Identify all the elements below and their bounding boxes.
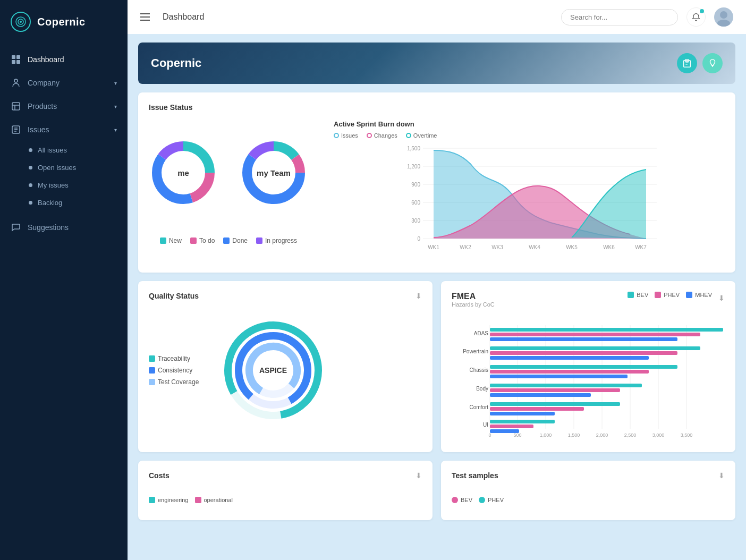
logo-icon (11, 12, 31, 32)
testsamples-legend-phev: PHEV (479, 497, 504, 503)
sprint-legend-issues: Issues (334, 132, 358, 139)
svg-text:Body: Body (476, 386, 488, 392)
clipboard-button[interactable] (677, 53, 697, 73)
fmea-legend-mhev: MHEV (686, 292, 712, 298)
sidebar-item-suggestions[interactable]: Suggestions (0, 216, 128, 239)
issue-legend: New To do Done In progress (160, 237, 297, 244)
dot-icon (29, 183, 32, 187)
legend-label-todo: To do (199, 237, 215, 244)
test-samples-card: Test samples ⬇ BEV PHEV (441, 461, 735, 520)
issue-status-card: Issue Status (138, 92, 735, 273)
svg-text:2,000: 2,000 (596, 432, 608, 438)
svg-rect-74 (490, 375, 628, 378)
sprint-legend: Issues Changes Overtime (334, 132, 725, 139)
fmea-legend-bev: BEV (628, 292, 648, 298)
download-icon-fmea[interactable]: ⬇ (718, 294, 725, 302)
fmea-subtitle: Hazards by CoC (452, 301, 495, 308)
avatar[interactable] (714, 7, 733, 27)
sidebar-item-products[interactable]: Products ▾ (0, 95, 128, 118)
sidebar-item-issues[interactable]: Issues ▾ (0, 118, 128, 141)
sprint-title: Active Sprint Burn down (334, 120, 725, 128)
legend-testcoverage: Test Coverage (149, 378, 207, 386)
svg-rect-8 (12, 103, 20, 110)
legend-dot-traceability (149, 355, 155, 362)
sidebar-item-dashboard[interactable]: Dashboard (0, 48, 128, 71)
sidebar-subitem-all-issues[interactable]: All issues (0, 141, 128, 159)
svg-rect-78 (490, 393, 591, 397)
svg-rect-86 (490, 429, 519, 433)
issues-subitems: All issues Open issues My issues Backlog (0, 141, 128, 211)
svg-rect-5 (12, 60, 15, 64)
svg-text:3,500: 3,500 (681, 432, 693, 438)
fmea-dot-bev (628, 292, 634, 298)
issue-charts-row: me my (149, 120, 725, 262)
legend-dot-testcoverage (149, 379, 155, 385)
legend-todo: To do (190, 237, 215, 244)
header-banner-icons (677, 53, 723, 73)
aspice-chart: ASPICE (220, 317, 326, 423)
svg-rect-82 (490, 412, 555, 415)
quality-card-header: Quality Status ⬇ (149, 292, 422, 309)
svg-text:UI: UI (483, 422, 488, 428)
sidebar-subitem-label-2: My issues (38, 181, 69, 189)
costs-dot-engineering (149, 497, 155, 503)
testsamples-legend-bev: BEV (452, 497, 472, 503)
sprint-legend-circle-changes (367, 133, 372, 138)
svg-point-10 (720, 11, 727, 19)
sidebar-logo[interactable]: Copernic (0, 0, 128, 44)
quality-card: Quality Status ⬇ Traceability Consistenc… (138, 281, 433, 452)
legend-dot-new (160, 237, 166, 244)
fmea-card: FMEA Hazards by CoC BEV PHEV (441, 281, 735, 452)
menu-icon[interactable] (140, 13, 150, 21)
sprint-legend-label-overtime: Overtime (413, 132, 437, 139)
legend-label-inprogress: In progress (265, 237, 297, 244)
sidebar-subitem-label-0: All issues (38, 146, 67, 154)
svg-rect-65 (490, 333, 700, 336)
svg-text:ADAS: ADAS (474, 330, 489, 336)
svg-text:900: 900 (411, 182, 420, 188)
legend-consistency: Consistency (149, 367, 207, 374)
donut-team-chart: my Team (239, 138, 308, 207)
sidebar-item-label-company: Company (28, 79, 60, 87)
bell-button[interactable] (686, 7, 706, 27)
svg-text:WK2: WK2 (460, 244, 471, 250)
costs-label-operational: operational (204, 497, 233, 503)
svg-text:2,500: 2,500 (624, 432, 637, 438)
sprint-legend-label-changes: Changes (374, 132, 397, 139)
legend-dot-inprogress (256, 237, 262, 244)
legend-new: New (160, 237, 182, 244)
svg-rect-3 (12, 55, 15, 59)
sidebar-subitem-open-issues[interactable]: Open issues (0, 159, 128, 176)
search-input[interactable] (561, 9, 678, 26)
aspice-section: Traceability Consistency Test Coverage (149, 317, 422, 423)
fmea-legend: BEV PHEV MHEV (628, 292, 712, 298)
fmea-label-bev: BEV (637, 292, 648, 298)
download-icon-quality[interactable]: ⬇ (416, 292, 422, 300)
svg-text:Comfort: Comfort (469, 404, 488, 410)
svg-text:500: 500 (513, 432, 521, 438)
bottom-row: Costs ⬇ engineering operational Test (138, 461, 735, 520)
svg-text:3,000: 3,000 (652, 432, 665, 438)
svg-text:0: 0 (417, 236, 420, 242)
sidebar-subitem-backlog[interactable]: Backlog (0, 194, 128, 211)
sidebar-item-company[interactable]: Company ▾ (0, 71, 128, 95)
costs-title: Costs (149, 471, 169, 480)
sidebar: Copernic Dashboard Company ▾ Products ▾ … (0, 0, 128, 560)
testsamples-label-phev: PHEV (488, 497, 504, 503)
svg-text:WK4: WK4 (529, 244, 540, 250)
svg-text:300: 300 (411, 218, 420, 224)
fmea-label-phev: PHEV (664, 292, 680, 298)
lightbulb-button[interactable] (702, 53, 723, 73)
test-samples-header: Test samples ⬇ (452, 471, 725, 488)
svg-text:WK3: WK3 (491, 244, 503, 250)
fmea-label-mhev: MHEV (695, 292, 712, 298)
download-icon-costs[interactable]: ⬇ (416, 471, 422, 480)
fmea-dot-mhev (686, 292, 692, 298)
sidebar-subitem-my-issues[interactable]: My issues (0, 176, 128, 194)
legend-label-testcoverage: Test Coverage (158, 378, 199, 386)
fmea-title: FMEA (452, 292, 495, 301)
download-icon-testsamples[interactable]: ⬇ (718, 471, 725, 480)
fmea-chart: 0 500 1,000 1,500 2,000 2,500 3,000 3,50… (452, 323, 725, 439)
main-content: Dashboard Copernic Issue Status (128, 0, 746, 560)
costs-legend-engineering: engineering (149, 497, 189, 503)
